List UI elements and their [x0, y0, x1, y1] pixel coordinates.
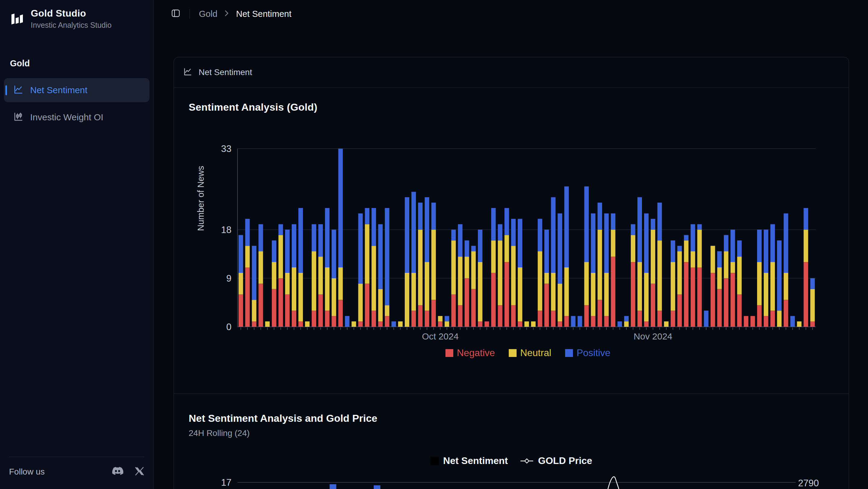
- legend-label: Positive: [577, 347, 610, 359]
- sidebar-nav: Net Sentiment Investic Weight OI: [0, 78, 153, 129]
- line-chart-icon: [13, 84, 24, 96]
- legend-label: GOLD Price: [538, 455, 592, 466]
- chart-line-icon: [183, 67, 192, 78]
- chart2-subtitle: 24H Rolling (24): [189, 428, 377, 438]
- svg-text:33: 33: [221, 144, 231, 154]
- svg-text:Oct 2024: Oct 2024: [422, 331, 459, 341]
- candlestick-icon: [13, 112, 24, 123]
- legend-label: Negative: [457, 347, 495, 359]
- svg-text:0: 0: [226, 322, 231, 332]
- follow-us-label: Follow us: [9, 467, 44, 477]
- sidebar-toggle-icon[interactable]: [171, 8, 181, 19]
- legend-item-negative[interactable]: Negative: [445, 347, 495, 359]
- breadcrumb-gold[interactable]: Gold: [199, 9, 217, 19]
- legend-item-positive[interactable]: Positive: [565, 347, 610, 359]
- chart2-heading: Net Sentiment Analysis and Gold Price 24…: [189, 412, 377, 438]
- sidebar-item-label: Investic Weight OI: [30, 112, 103, 122]
- black-square-marker: [430, 457, 439, 465]
- svg-text:18: 18: [221, 224, 231, 235]
- topbar: Gold Net Sentiment: [154, 0, 868, 28]
- topbar-divider: [190, 9, 190, 19]
- breadcrumb-net-sentiment: Net Sentiment: [236, 9, 291, 19]
- chart2-legend: Net SentimentGOLD Price: [174, 455, 849, 466]
- sidebar-footer: Follow us: [9, 457, 144, 477]
- breadcrumb: Gold Net Sentiment: [199, 9, 291, 19]
- chart1-legend: NegativeNeutralPositive: [174, 347, 849, 359]
- svg-text:2790: 2790: [798, 478, 819, 488]
- net-sentiment-panel: Net Sentiment Sentiment Analysis (Gold) …: [174, 57, 849, 489]
- chart1-title: Sentiment Analysis (Gold): [189, 101, 317, 113]
- main-content: Gold Net Sentiment Net Sentiment: [154, 0, 868, 489]
- legend-label: Neutral: [520, 347, 551, 359]
- legend-item-neutral[interactable]: Neutral: [509, 347, 551, 359]
- svg-text:9: 9: [226, 273, 231, 284]
- app-title: Gold Studio: [31, 8, 112, 19]
- line-diamond-marker: [520, 458, 534, 464]
- svg-text:Number of News: Number of News: [196, 166, 206, 231]
- sentiment-price-chart[interactable]: 172790: [174, 470, 849, 489]
- app-logo-bars-icon: [10, 10, 24, 27]
- app-subtitle: Investic Analytics Studio: [31, 21, 112, 30]
- panel-header: Net Sentiment: [174, 57, 849, 88]
- legend-swatch: [445, 349, 453, 357]
- sidebar: Gold Studio Investic Analytics Studio Go…: [0, 0, 154, 489]
- app-root: Gold Studio Investic Analytics Studio Go…: [0, 0, 868, 489]
- legend-label: Net Sentiment: [443, 455, 508, 466]
- sidebar-item-net-sentiment[interactable]: Net Sentiment: [4, 78, 150, 102]
- sidebar-item-investic-weight-oi[interactable]: Investic Weight OI: [4, 105, 150, 129]
- sentiment-stacked-bar-chart[interactable]: 091833Number of NewsOct 2024Nov 2024: [174, 133, 849, 356]
- svg-text:17: 17: [221, 477, 231, 488]
- sidebar-item-label: Net Sentiment: [30, 85, 87, 95]
- panel-header-label: Net Sentiment: [198, 67, 252, 77]
- chart2-title: Net Sentiment Analysis and Gold Price: [189, 412, 377, 424]
- x-twitter-icon[interactable]: [135, 467, 144, 477]
- discord-icon[interactable]: [112, 467, 123, 477]
- legend-swatch: [565, 349, 573, 357]
- brand: Gold Studio Investic Analytics Studio: [0, 0, 153, 30]
- chevron-right-icon: [224, 10, 229, 18]
- sidebar-section-label: Gold: [10, 59, 153, 68]
- legend-swatch: [509, 349, 517, 357]
- legend-item-net-sentiment[interactable]: Net Sentiment: [430, 455, 508, 466]
- legend-item-gold-price[interactable]: GOLD Price: [520, 455, 592, 466]
- section-divider: [174, 393, 849, 394]
- svg-text:Nov 2024: Nov 2024: [633, 331, 672, 341]
